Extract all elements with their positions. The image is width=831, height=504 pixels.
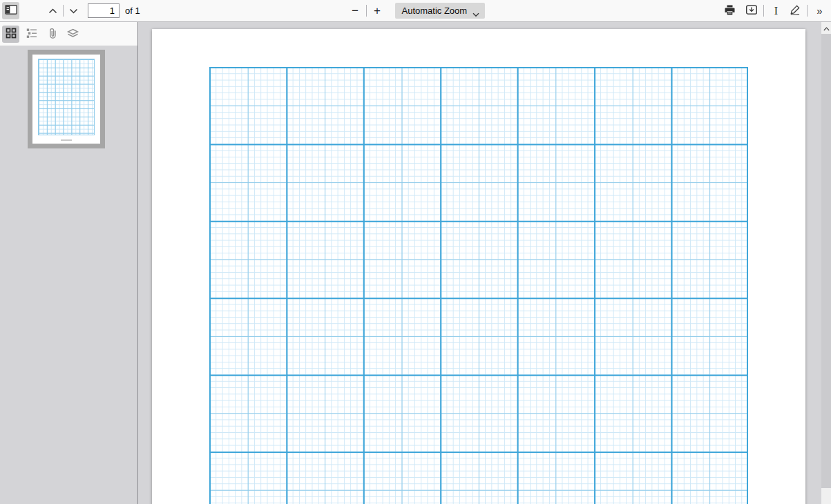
toolbar-zoom-group: − + Automatic Zoom <box>347 0 485 21</box>
toolbar-separator <box>366 5 367 17</box>
thumbnail-footer-text <box>61 139 72 141</box>
text-annotation-button[interactable]: I <box>767 2 785 19</box>
attachments-view-button[interactable] <box>44 26 61 43</box>
print-button[interactable] <box>721 2 738 19</box>
scrollbar-thumb[interactable] <box>821 34 831 488</box>
graph-paper-grid <box>209 67 748 504</box>
more-tools-button[interactable]: » <box>811 2 828 19</box>
save-button[interactable] <box>743 2 760 19</box>
pdf-viewer-window: of 1 − + Automatic Zoom <box>0 0 831 504</box>
sidebar-toggle-icon <box>5 5 17 17</box>
sidebar <box>0 22 138 504</box>
paperclip-icon <box>46 27 59 41</box>
next-page-button[interactable] <box>65 2 82 19</box>
zoom-select[interactable]: Automatic Zoom <box>395 3 485 19</box>
scrollbar-up-arrow-icon <box>823 23 830 33</box>
layers-icon <box>66 27 79 41</box>
scrollbar-up-button[interactable] <box>821 22 831 34</box>
chevron-up-icon <box>48 6 57 16</box>
thumbnails-icon <box>5 27 17 41</box>
pdf-page <box>152 29 805 504</box>
previous-page-button[interactable] <box>44 2 61 19</box>
pdf-viewer-area <box>139 22 821 504</box>
chevron-down-icon <box>69 6 78 16</box>
zoom-in-button[interactable]: + <box>369 2 386 19</box>
printer-icon <box>724 4 736 18</box>
sidebar-toggle-button[interactable] <box>2 2 19 19</box>
save-icon <box>745 4 758 17</box>
draw-annotation-button[interactable] <box>786 2 803 19</box>
pencil-icon <box>789 3 801 18</box>
thumbnail-grid-preview <box>38 59 95 135</box>
sidebar-header <box>0 22 137 46</box>
zoom-out-button[interactable]: − <box>347 2 364 19</box>
layers-view-button[interactable] <box>64 26 82 43</box>
toolbar-separator <box>807 5 808 17</box>
toolbar-right-group: I » <box>721 0 828 21</box>
toolbar-separator <box>763 5 764 17</box>
page-number-input[interactable] <box>88 3 120 18</box>
toolbar-separator <box>63 5 64 17</box>
thumbnails-view-button[interactable] <box>2 26 19 43</box>
zoom-select-value: Automatic Zoom <box>402 6 468 16</box>
toolbar: of 1 − + Automatic Zoom <box>0 0 831 22</box>
outline-view-button[interactable] <box>23 26 40 43</box>
toolbar-left-group: of 1 <box>0 0 140 21</box>
page-thumbnail[interactable] <box>28 50 105 148</box>
outline-icon <box>26 27 38 41</box>
scrollbar[interactable] <box>821 22 831 504</box>
page-count-label: of 1 <box>125 6 140 16</box>
thumbnail-page-preview <box>32 55 100 144</box>
chevron-down-small-icon <box>472 9 479 19</box>
